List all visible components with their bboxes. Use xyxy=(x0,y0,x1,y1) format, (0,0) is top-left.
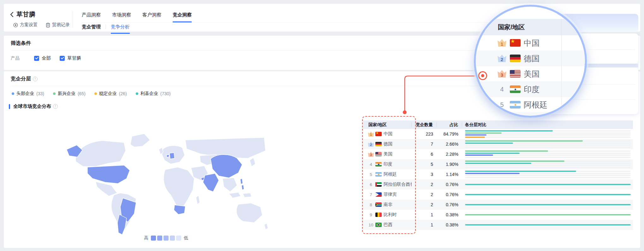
annotation-bullseye-icon xyxy=(478,71,487,80)
table-row[interactable]: 4印度51.90% xyxy=(363,159,633,169)
legend-dot-icon xyxy=(94,92,97,95)
layer-bars xyxy=(465,161,631,168)
rank-badge-crown-icon: 3 xyxy=(368,152,374,157)
bar-track xyxy=(465,184,631,185)
world-map[interactable] xyxy=(58,131,270,235)
table-row[interactable]: 2德国72.66% xyxy=(363,139,633,149)
table-row[interactable]: 7菲律宾20.76% xyxy=(363,190,633,200)
country-cell: 4印度 xyxy=(363,159,412,169)
back-chevron-icon[interactable] xyxy=(10,12,14,17)
rank-badge-crown-icon: 3 xyxy=(497,70,507,78)
subtab-竞企管理[interactable]: 竞企管理 xyxy=(82,24,101,34)
accent-bar xyxy=(9,104,10,109)
bar-track xyxy=(465,150,631,152)
trade-records-button[interactable]: 贸易记录 xyxy=(46,22,70,28)
rank-slot: 9 xyxy=(368,213,374,217)
bar-fill-niche xyxy=(465,163,531,164)
product-filter-options: 全部草甘膦 xyxy=(34,55,90,61)
bar-track xyxy=(465,214,631,215)
col-count[interactable]: 竞企数量 xyxy=(412,122,437,127)
country-name: 巴西 xyxy=(384,222,392,228)
share-cell: 0.76% xyxy=(437,200,462,210)
checkbox-checked-icon[interactable] xyxy=(34,56,39,61)
map-color-scale: 高 低 xyxy=(143,235,189,241)
scale-swatch xyxy=(151,236,156,241)
tab-竞企洞察[interactable]: 竞企洞察 xyxy=(173,8,192,22)
be-flag-icon xyxy=(375,213,382,217)
us-flag-icon xyxy=(375,152,382,156)
bar-track xyxy=(465,153,631,154)
product-filter-label: 产品 xyxy=(11,55,34,61)
subtab-竞争分析[interactable]: 竞争分析 xyxy=(111,24,130,34)
bar-fill-top xyxy=(465,155,493,156)
bar-track xyxy=(465,173,631,174)
col-country[interactable]: 国家/地区 xyxy=(363,122,412,127)
bar-track xyxy=(465,163,631,164)
bar-fill-niche xyxy=(465,184,631,185)
magnifier-lens: 国家/地区 1中国2德国3美国4印度5阿根廷6阿拉伯联合酋长 xyxy=(476,7,585,115)
table-row[interactable]: 5阿根廷31.14% xyxy=(363,169,633,179)
rank-number: 5 xyxy=(370,172,372,177)
bar-fill-top xyxy=(465,173,520,174)
magnifier-header-label: 国家/地区 xyxy=(498,23,525,32)
legend-item-stable[interactable]: 稳定企业 (26) xyxy=(94,91,127,96)
table-row[interactable]: 3美国62.28% xyxy=(363,149,633,159)
rank-slot: 2 xyxy=(368,142,374,147)
rank-number: 10 xyxy=(368,223,373,227)
page-root: 草甘膦 方案设置 贸易记录 产品洞察市场洞察客户洞察竞企洞察 竞企管理|竞争分析… xyxy=(0,0,644,251)
table-row[interactable]: 1中国22384.79% xyxy=(363,129,633,139)
magnifier-row: 3美国 xyxy=(476,66,585,82)
tab-市场洞察[interactable]: 市场洞察 xyxy=(112,8,131,22)
plan-settings-button[interactable]: 方案设置 xyxy=(13,22,38,28)
layers-cell xyxy=(462,190,633,200)
us-flag-icon xyxy=(510,70,521,78)
br-flag-icon xyxy=(375,223,382,227)
ph-flag-icon xyxy=(375,192,382,197)
col-share[interactable]: 占比 xyxy=(437,122,462,127)
bar-fill-niche xyxy=(465,204,631,205)
bar-fill-top xyxy=(465,134,486,136)
product-checkbox-全部[interactable]: 全部 xyxy=(34,55,51,61)
bar-fill-niche xyxy=(465,171,576,172)
layers-cell xyxy=(462,159,633,169)
product-checkbox-草甘膦[interactable]: 草甘膦 xyxy=(60,55,81,61)
info-icon[interactable]: ! xyxy=(53,104,58,109)
bar-track xyxy=(465,132,631,134)
layer-bars xyxy=(465,150,631,158)
tab-产品洞察[interactable]: 产品洞察 xyxy=(82,8,101,22)
rank-slot: 2 xyxy=(497,55,507,62)
country-name: 阿根廷 xyxy=(384,172,397,177)
table-row[interactable]: 10巴西10.38% xyxy=(363,220,633,230)
country-name: 印度 xyxy=(524,84,540,95)
rank-slot: 10 xyxy=(368,223,374,227)
scale-swatch xyxy=(170,236,175,241)
country-name: 比利时 xyxy=(384,212,397,218)
legend-item-niche[interactable]: 利基企业 (730) xyxy=(136,91,171,96)
legend-item-emerging[interactable]: 新兴企业 (65) xyxy=(53,91,86,96)
de-flag-icon xyxy=(375,142,382,146)
bar-track xyxy=(465,157,631,158)
bar-fill-emerging xyxy=(465,214,631,215)
count-cell: 2 xyxy=(412,190,437,200)
layer-bars xyxy=(465,224,631,225)
table-row[interactable]: 9比利时10.38% xyxy=(363,210,633,220)
rank-badge-crown-icon: 2 xyxy=(497,55,507,62)
ae-flag-icon xyxy=(375,182,382,187)
tab-客户洞察[interactable]: 客户洞察 xyxy=(142,8,161,22)
table-row[interactable]: 6阿拉伯联合酋长20.76% xyxy=(363,179,633,190)
table-row[interactable]: 8南非20.76% xyxy=(363,200,633,210)
bar-track xyxy=(465,177,631,178)
legend-name: 新兴企业 xyxy=(58,91,75,96)
col-layers[interactable]: 各分层对比 xyxy=(462,122,633,127)
rank-slot: 1 xyxy=(368,131,374,137)
legend-item-top[interactable]: 头部企业 (33) xyxy=(12,91,44,96)
magnifier-row: 4印度 xyxy=(476,82,585,97)
rank-slot: 4 xyxy=(497,86,507,93)
info-icon[interactable]: ! xyxy=(33,77,38,81)
checkbox-checked-icon[interactable] xyxy=(60,56,65,61)
bar-track xyxy=(465,130,631,131)
country-cell: 10巴西 xyxy=(363,220,412,230)
country-name: 阿拉伯联合酋长 xyxy=(384,182,412,187)
ar-flag-icon xyxy=(510,101,521,108)
country-distribution-table: 国家/地区 竞企数量 占比 各分层对比 1中国22384.79%2德国72.66… xyxy=(363,120,633,230)
